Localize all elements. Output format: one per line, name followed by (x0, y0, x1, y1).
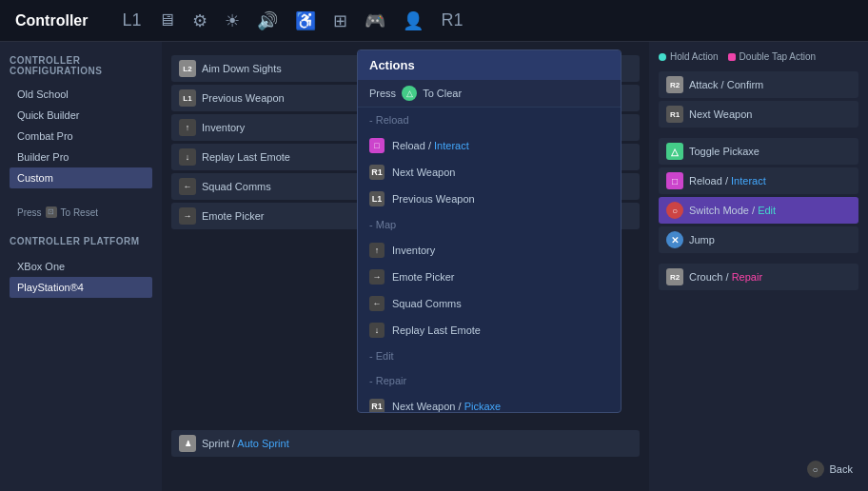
inventory-icon: ↑ (179, 119, 196, 136)
nav-icon-monitor[interactable]: 🖥 (158, 10, 175, 30)
r1-icon: R1 (666, 106, 683, 123)
dpad-left-icon: ← (369, 296, 385, 311)
config-custom[interactable]: Custom (10, 167, 152, 188)
right-binding-crouch-repair[interactable]: R2 Crouch / Repair (659, 264, 858, 290)
hold-action-label: Hold Action (670, 51, 719, 62)
hold-action-dot (659, 53, 666, 61)
dpad-right-icon: → (369, 269, 385, 285)
legend: Hold Action Double Tap Action (659, 51, 858, 62)
action-map[interactable]: - Map (358, 212, 621, 237)
action-label: - Repair (369, 375, 406, 386)
action-label: Replay Last Emote (392, 324, 481, 336)
l1-icon-action: L1 (369, 191, 385, 206)
binding-sprint[interactable]: ♟ Sprint / Auto Sprint (171, 430, 640, 457)
actions-title: Actions (358, 50, 621, 80)
action-squad-comms[interactable]: ← Squad Comms (358, 290, 621, 317)
platform-list: XBox One PlayStation®4 (10, 256, 152, 298)
sprint-icon: ♟ (179, 435, 196, 452)
header: Controller L1 🖥 ⚙ ☀ 🔊 ♿ ⊞ 🎮 👤 R1 (0, 0, 868, 42)
action-reload-plain[interactable]: - Reload (358, 108, 621, 132)
action-label: Squad Comms (392, 298, 462, 309)
config-quick-builder[interactable]: Quick Builder (10, 105, 152, 126)
legend-hold: Hold Action (659, 51, 719, 62)
next-weapon-label: Next Weapon (689, 108, 851, 120)
actions-modal: Actions Press △ To Clear - Reload □ Relo… (357, 49, 621, 413)
right-binding-toggle-pickaxe[interactable]: △ Toggle Pickaxe (659, 138, 858, 165)
action-edit[interactable]: - Edit (358, 344, 621, 368)
actions-list: - Reload □ Reload / Interact R1 Next Wea… (358, 108, 621, 412)
action-label: - Map (369, 219, 396, 230)
nav-icon-user[interactable]: 👤 (403, 10, 424, 31)
prev-weapon-icon: L1 (179, 89, 196, 107)
sprint-label: Sprint / Auto Sprint (202, 438, 632, 449)
square-icon-action: □ (369, 138, 385, 153)
reload-interact-label: Reload / Interact (689, 175, 851, 187)
crouch-repair-label: Crouch / Repair (689, 271, 851, 283)
back-button[interactable]: ○ Back (807, 461, 853, 478)
page-title: Controller (15, 12, 88, 29)
action-label: - Edit (369, 350, 394, 362)
nav-icon-gear[interactable]: ⚙ (192, 10, 207, 31)
nav-icon-l1[interactable]: L1 (122, 10, 141, 30)
nav-icon-brightness[interactable]: ☀ (225, 10, 240, 31)
triangle-icon: △ (666, 143, 683, 160)
header-nav-icons: L1 🖥 ⚙ ☀ 🔊 ♿ ⊞ 🎮 👤 R1 (122, 10, 463, 31)
dpad-up-icon: ↑ (369, 243, 385, 258)
r1-pickaxe-icon: R1 (369, 399, 385, 412)
squad-comms-icon: ← (179, 178, 196, 195)
action-label: Next Weapon (392, 167, 455, 178)
r1-icon-action: R1 (369, 165, 385, 180)
action-label: Emote Picker (392, 271, 454, 283)
config-list: Old School Quick Builder Combat Pro Buil… (10, 84, 152, 188)
platform-ps4[interactable]: PlayStation®4 (10, 277, 152, 298)
right-binding-attack[interactable]: R2 Attack / Confirm (659, 71, 858, 98)
double-tap-label: Double Tap Action (740, 51, 816, 62)
attack-label: Attack / Confirm (689, 79, 851, 90)
replay-emote-icon: ↓ (179, 148, 196, 166)
jump-label: Jump (689, 234, 851, 246)
cross-icon: ✕ (666, 231, 683, 248)
back-label: Back (830, 463, 853, 475)
circle-icon: ○ (666, 202, 683, 219)
platform-title: Controller Platform (10, 236, 152, 246)
config-builder-pro[interactable]: Builder Pro (10, 147, 152, 167)
action-next-weapon[interactable]: R1 Next Weapon (358, 159, 621, 186)
r2-icon-2: R2 (666, 268, 683, 285)
right-binding-reload-interact[interactable]: □ Reload / Interact (659, 167, 858, 194)
clear-prefix: Press (369, 88, 396, 99)
nav-icon-controller[interactable]: 🎮 (365, 10, 385, 31)
square-icon: □ (666, 172, 683, 189)
main-layout: Controller Configurations Old School Qui… (0, 42, 868, 491)
toggle-pickaxe-label: Toggle Pickaxe (689, 146, 851, 157)
action-emote-picker[interactable]: → Emote Picker (358, 264, 621, 290)
action-repair[interactable]: - Repair (358, 368, 621, 393)
nav-icon-r1[interactable]: R1 (441, 10, 463, 30)
action-replay-emote[interactable]: ↓ Replay Last Emote (358, 317, 621, 344)
nav-icon-audio[interactable]: 🔊 (257, 10, 278, 31)
actions-clear-row: Press △ To Clear (358, 80, 621, 108)
double-tap-dot (728, 53, 736, 61)
action-inventory[interactable]: ↑ Inventory (358, 237, 621, 264)
triangle-clear-icon: △ (402, 86, 417, 101)
action-label: Next Weapon / Pickaxe (392, 401, 501, 412)
legend-double-tap: Double Tap Action (728, 51, 816, 62)
action-label: Inventory (392, 245, 435, 256)
right-binding-next-weapon[interactable]: R1 Next Weapon (659, 101, 858, 128)
action-reload-interact[interactable]: □ Reload / Interact (358, 132, 621, 159)
back-circle-icon: ○ (807, 461, 824, 478)
action-next-weapon-pickaxe[interactable]: R1 Next Weapon / Pickaxe (358, 393, 621, 412)
press-reset: Press ⊡ To Reset (10, 204, 152, 221)
right-binding-jump[interactable]: ✕ Jump (659, 226, 858, 253)
config-combat-pro[interactable]: Combat Pro (10, 126, 152, 147)
config-old-school[interactable]: Old School (10, 84, 152, 105)
clear-suffix: To Clear (423, 88, 462, 99)
r2-icon: R2 (666, 76, 683, 93)
nav-icon-accessibility[interactable]: ♿ (295, 10, 316, 31)
action-prev-weapon[interactable]: L1 Previous Weapon (358, 186, 621, 212)
aim-icon: L2 (179, 60, 196, 77)
nav-icon-grid[interactable]: ⊞ (333, 10, 347, 31)
platform-xbox[interactable]: XBox One (10, 256, 152, 277)
action-label: Reload / Interact (392, 140, 469, 151)
right-panel: Hold Action Double Tap Action R2 Attack … (649, 42, 868, 491)
right-binding-switch-mode[interactable]: ○ Switch Mode / Edit (659, 197, 858, 224)
